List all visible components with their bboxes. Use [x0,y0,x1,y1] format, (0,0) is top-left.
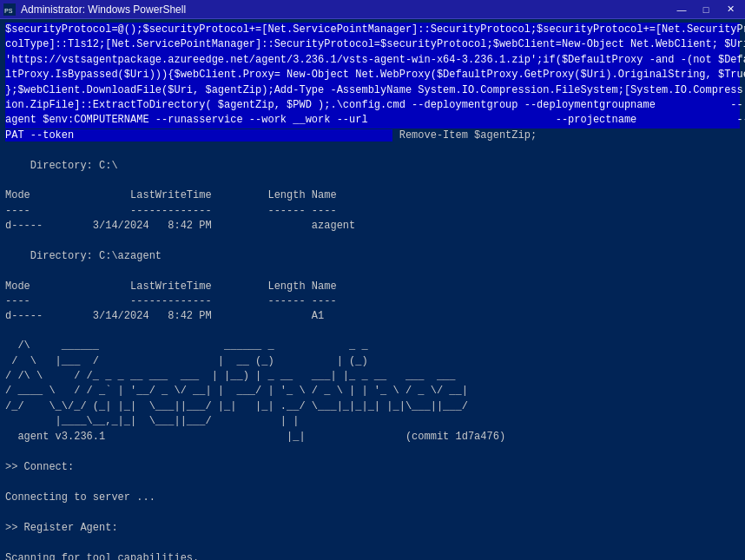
terminal-line [5,264,740,279]
ascii-art-line: |____\__,_|_| \___||___/ | | [5,415,740,430]
ascii-art-line: / \ |___ / | __ (_) | (_) [5,355,740,370]
terminal-line: Directory: C:\azagent [5,249,740,264]
terminal-line: Directory: C:\ [5,159,740,174]
terminal-line: ---- ------------- ------ ---- [5,294,740,309]
terminal-line: agent $env:COMPUTERNAME --runasservice -… [5,113,740,128]
terminal-line: 'https://vstsagentpackage.azureedge.net/… [5,53,740,68]
title-bar: PS Administrator: Windows PowerShell — □… [0,0,745,19]
terminal-line [5,536,740,550]
terminal-line: ---- ------------- ------ ---- [5,204,740,219]
terminal-line [5,143,740,158]
title-bar-left: PS Administrator: Windows PowerShell [3,3,186,16]
window-title: Administrator: Windows PowerShell [21,3,186,16]
terminal-line: };$webClient.DownloadFile($Uri, $agentZi… [5,83,740,98]
terminal-line: colType]::Tls12;[Net.ServicePointManager… [5,37,740,52]
connect-prompt: >> Connect: [5,460,740,475]
terminal-line: d----- 3/14/2024 8:42 PM azagent [5,219,740,234]
terminal-line [5,476,740,491]
terminal-line: d----- 3/14/2024 8:42 PM A1 [5,309,740,324]
terminal-line: ltProxy.IsBypassed($Uri))){$webClient.Pr… [5,68,740,82]
terminal-line [5,506,740,521]
svg-text:PS: PS [4,7,13,15]
terminal-line: Mode LastWriteTime Length Name [5,188,740,203]
terminal-line: PAT --token Remove-Item $agentZip; [5,128,740,143]
terminal-output[interactable]: $securityProtocol=@();$securityProtocol+… [0,19,745,560]
terminal-line: $securityProtocol=@();$securityProtocol+… [5,23,740,37]
ascii-art-line: /\ ______ ______ _ _ _ [5,339,740,354]
terminal-line [5,445,740,460]
terminal-line [5,325,740,339]
window-controls: — □ ✕ [670,2,742,17]
terminal-line: Connecting to server ... [5,491,740,505]
close-button[interactable]: ✕ [719,2,742,17]
terminal-line: Scanning for tool capabilities. [5,551,740,560]
powershell-icon: PS [3,3,16,16]
ascii-art-info-line: agent v3.236.1 |_| (commit 1d7a476) [5,431,740,445]
ascii-art-line: / ____ \ / / _` | '__/ _ \/ __| | ___/ |… [5,385,740,399]
ascii-art-line: / /\ \ / /_ _ _ __ ___ ___ | |__) | _ __… [5,370,740,385]
terminal-line [5,234,740,248]
terminal-line [5,174,740,188]
register-prompt: >> Register Agent: [5,521,740,536]
ascii-art-line: /_/ \_\/_/ (_| |_| \___||___/ |_| |_| ._… [5,400,740,415]
minimize-button[interactable]: — [670,2,693,17]
maximize-button[interactable]: □ [695,2,717,17]
terminal-line: ion.ZipFile]::ExtractToDirectory( $agent… [5,98,740,113]
terminal-line: Mode LastWriteTime Length Name [5,280,740,294]
